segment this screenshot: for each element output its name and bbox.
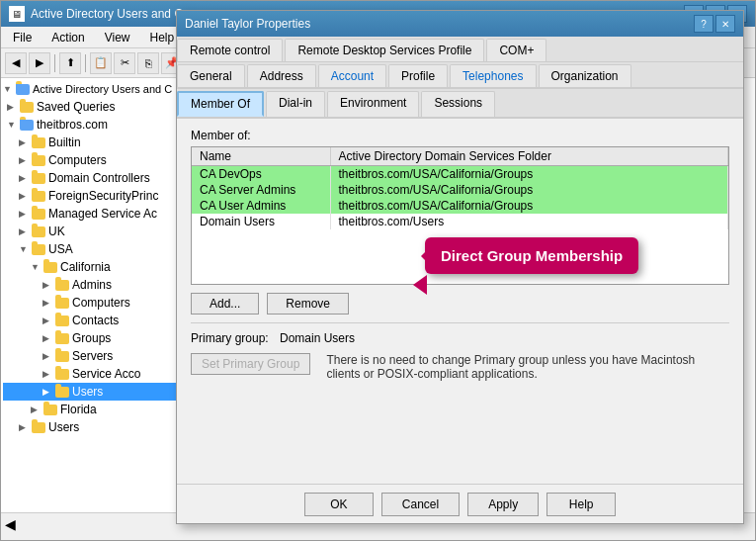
row-name-0: CA DevOps xyxy=(192,166,330,183)
col-header-folder: Active Directory Domain Services Folder xyxy=(330,147,728,166)
tree-label-florida: Florida xyxy=(60,403,97,416)
add-button[interactable]: Add... xyxy=(191,293,259,315)
folder-icon-users-ca xyxy=(54,384,70,400)
tab-sessions[interactable]: Sessions xyxy=(421,91,495,117)
tree-item-admins[interactable]: ▶ Admins xyxy=(3,276,176,294)
tree-item-dc[interactable]: ▶ Domain Controllers xyxy=(3,169,176,187)
help-button[interactable]: Help xyxy=(546,493,616,516)
tree-item-uk[interactable]: ▶ UK xyxy=(3,223,176,240)
dialog-title-bar: Daniel Taylor Properties ? ✕ xyxy=(177,11,743,37)
separator-1 xyxy=(191,322,729,323)
folder-icon-computers xyxy=(31,152,46,168)
callout-tooltip: Direct Group Membership xyxy=(425,237,638,274)
tree-item-service-acco[interactable]: ▶ Service Acco xyxy=(3,365,176,383)
copy-button[interactable]: ⎘ xyxy=(137,52,159,74)
tree-item-root[interactable]: ▼ Active Directory Users and C xyxy=(3,80,176,98)
tab-account[interactable]: Account xyxy=(318,64,386,87)
tab-remote-control[interactable]: Remote control xyxy=(177,39,283,61)
table-row[interactable]: CA Server Admins theitbros.com/USA/Calif… xyxy=(192,182,728,198)
col-header-name[interactable]: Name xyxy=(192,147,330,166)
tree-item-groups[interactable]: ▶ Groups xyxy=(3,329,176,347)
cut-button[interactable]: ✂ xyxy=(114,52,135,74)
table-row[interactable]: CA User Admins theitbros.com/USA/Califor… xyxy=(192,198,728,214)
expand-icon-users-root: ▶ xyxy=(19,422,31,432)
tabs-row1: Remote control Remote Desktop Services P… xyxy=(177,37,743,62)
menu-file[interactable]: File xyxy=(5,29,40,46)
up-button[interactable]: ⬆ xyxy=(59,52,81,74)
expand-icon-users-ca: ▶ xyxy=(42,387,54,397)
primary-group-info-text: There is no need to change Primary group… xyxy=(326,353,729,381)
tab-general[interactable]: General xyxy=(177,64,245,87)
remove-button[interactable]: Remove xyxy=(267,293,349,315)
tree-panel[interactable]: ▼ Active Directory Users and C ▶ Saved Q… xyxy=(1,78,179,512)
tree-item-contacts[interactable]: ▶ Contacts xyxy=(3,312,176,329)
tree-item-computers[interactable]: ▶ Computers xyxy=(3,151,176,169)
tab-organization[interactable]: Organization xyxy=(539,64,631,87)
tab-profile[interactable]: Profile xyxy=(388,64,448,87)
tree-item-theitbros[interactable]: ▼ theitbros.com xyxy=(3,116,176,134)
folder-icon-builtin xyxy=(31,135,46,150)
table-row[interactable]: CA DevOps theitbros.com/USA/California/G… xyxy=(192,166,728,183)
tab-telephones[interactable]: Telephones xyxy=(450,64,536,87)
expand-icon-dc: ▶ xyxy=(19,173,31,183)
folder-icon-dc xyxy=(31,170,46,186)
expand-icon-admins: ▶ xyxy=(42,280,54,290)
tree-label-computers: Computers xyxy=(48,153,107,167)
scroll-left-button[interactable]: ◀ xyxy=(5,516,16,532)
tab-com-plus[interactable]: COM+ xyxy=(486,39,546,61)
tree-label-admins: Admins xyxy=(72,278,112,292)
tree-label-servers: Servers xyxy=(72,349,113,363)
tab-remote-desktop[interactable]: Remote Desktop Services Profile xyxy=(285,39,484,61)
tree-item-users-root[interactable]: ▶ Users xyxy=(3,418,176,436)
tree-item-servers[interactable]: ▶ Servers xyxy=(3,347,176,365)
tree-label-uk: UK xyxy=(48,225,65,238)
folder-icon-ca-computers xyxy=(54,295,70,311)
set-primary-button[interactable]: Set Primary Group xyxy=(191,353,310,375)
tree-item-california[interactable]: ▼ California xyxy=(3,258,176,276)
folder-icon-california xyxy=(42,259,58,275)
tab-address[interactable]: Address xyxy=(247,64,316,87)
expand-icon-usa: ▼ xyxy=(19,244,31,254)
expand-icon-saved: ▶ xyxy=(7,102,19,112)
folder-icon-uk xyxy=(31,224,46,239)
ok-button[interactable]: OK xyxy=(304,493,374,516)
tab-environment[interactable]: Environment xyxy=(327,91,419,117)
tab-member-of[interactable]: Member Of xyxy=(177,91,264,117)
folder-icon-users-root xyxy=(31,419,46,435)
row-folder-3: theitbros.com/Users xyxy=(330,214,728,229)
expand-icon-service-acco: ▶ xyxy=(42,369,54,379)
dialog-close-button[interactable]: ✕ xyxy=(715,15,735,33)
tab-dial-in[interactable]: Dial-in xyxy=(266,91,325,117)
primary-group-label: Primary group: xyxy=(191,331,280,345)
tree-label-builtin: Builtin xyxy=(48,135,81,149)
tree-item-ca-computers[interactable]: ▶ Computers xyxy=(3,294,176,312)
menu-action[interactable]: Action xyxy=(43,29,92,46)
cancel-button[interactable]: Cancel xyxy=(381,493,460,516)
expand-icon-theitbros: ▼ xyxy=(7,120,19,130)
tree-label-service-acco: Service Acco xyxy=(72,367,140,381)
back-button[interactable]: ◀ xyxy=(5,52,27,74)
app-icon: 🖥 xyxy=(9,6,25,22)
tree-label-groups: Groups xyxy=(72,331,111,345)
expand-icon-contacts: ▶ xyxy=(42,316,54,325)
apply-button[interactable]: Apply xyxy=(467,493,539,516)
row-folder-2: theitbros.com/USA/California/Groups xyxy=(330,198,728,214)
tree-item-managed[interactable]: ▶ Managed Service Ac xyxy=(3,205,176,223)
expand-icon-california: ▼ xyxy=(31,262,42,272)
menu-view[interactable]: View xyxy=(97,29,138,46)
tree-label-managed: Managed Service Ac xyxy=(48,207,157,221)
tree-item-saved-queries[interactable]: ▶ Saved Queries xyxy=(3,98,176,116)
table-row[interactable]: Domain Users theitbros.com/Users xyxy=(192,214,728,229)
dialog-bottom-buttons: OK Cancel Apply Help xyxy=(177,484,743,523)
tree-item-builtin[interactable]: ▶ Builtin xyxy=(3,134,176,151)
forward-button[interactable]: ▶ xyxy=(29,52,50,74)
properties-button[interactable]: 📋 xyxy=(90,52,112,74)
tree-item-florida[interactable]: ▶ Florida xyxy=(3,401,176,418)
dialog-help-icon[interactable]: ? xyxy=(694,15,714,33)
tree-item-users-ca[interactable]: ▶ Users xyxy=(3,383,176,401)
set-primary-row: Set Primary Group There is no need to ch… xyxy=(191,353,729,381)
tree-label-california: California xyxy=(60,260,111,274)
tree-item-foreign[interactable]: ▶ ForeignSecurityPrinc xyxy=(3,187,176,205)
tree-item-usa[interactable]: ▼ USA xyxy=(3,240,176,258)
callout-arrow xyxy=(413,275,427,295)
